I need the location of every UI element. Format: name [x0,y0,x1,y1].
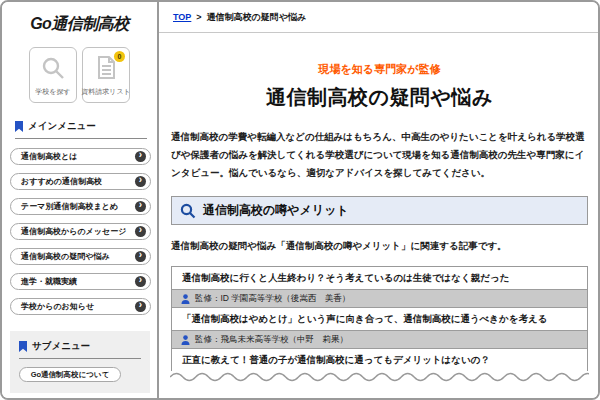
sidebar-item-about[interactable]: 通信制高校とは [10,148,151,165]
sidebar-item-themes[interactable]: テーマ別通信制高校まとめ [10,198,151,215]
sub-menu-header: サブメニュー [19,340,141,359]
intro-paragraph: 通信制高校の学費や転編入などの仕組みはもちろん、中高生のやりたいことを叶えられる… [171,128,588,182]
article-content: 現場を知る専門家が監修 通信制高校の疑問や悩み 通信制高校の学費や転編入などの仕… [159,62,598,388]
chevron-right-icon [135,251,146,262]
search-icon [30,55,76,81]
site-logo[interactable]: Go通信制高校 [10,14,149,35]
article-list-wrap: 通信制高校に行くと人生終わり？そう考えているのは生徒ではなく親だった 監修：ID… [171,266,588,388]
article-link[interactable]: 通信制高校に行くと人生終わり？そう考えているのは生徒ではなく親だった [172,267,587,289]
request-list-label: 資料請求リスト [81,87,131,97]
sub-menu-section: サブメニュー Go通信制高校について [10,331,150,393]
sidebar-item-recommended[interactable]: おすすめの通信制高校 [10,173,151,190]
sidebar-item-about-site[interactable]: Go通信制高校について [19,367,121,382]
person-icon [181,335,190,345]
main-menu-header: メインメニュー [15,120,147,139]
supervised-tagline: 現場を知る専門家が監修 [171,62,588,77]
menu-item-label: テーマ別通信制高校まとめ [21,201,118,212]
page-title: 通信制高校の疑問や悩み [171,84,588,111]
supervisor-label: 監修：ID 学園高等学校（後嵩西 美香） [195,293,350,305]
request-count-badge: 0 [114,51,125,62]
menu-item-label: 通信制高校とは [21,151,77,162]
main-menu: 通信制高校とは おすすめの通信制高校 テーマ別通信制高校まとめ 通信制高校からの… [2,139,157,315]
search-school-label: 学校を探す [35,87,70,97]
main-content: TOP > 通信制高校の疑問や悩み 現場を知る専門家が監修 通信制高校の疑問や悩… [159,2,598,398]
chevron-right-icon [135,301,146,312]
article-list: 通信制高校に行くと人生終わり？そう考えているのは生徒ではなく親だった 監修：ID… [171,266,588,371]
chevron-right-icon [135,151,146,162]
supervisor-row: 監修：飛鳥未来高等学校（中野 莉果） [172,330,587,349]
search-school-button[interactable]: 学校を探す [29,47,77,103]
breadcrumb-current: 通信制高校の疑問や悩み [207,11,307,24]
sidebar-actions: 学校を探す 0 資料請求リスト [2,47,157,103]
sub-menu-title: サブメニュー [32,340,90,353]
breadcrumb-separator: > [196,12,201,22]
section-search-icon [180,203,196,219]
breadcrumb-home-link[interactable]: TOP [173,12,191,22]
article-link[interactable]: 「通信制高校はやめとけ」という声に向き合って、通信制高校に通うべきかを考える [172,308,587,330]
menu-item-label: 学校からのお知らせ [21,301,94,312]
breadcrumb: TOP > 通信制高校の疑問や悩み [159,2,598,33]
menu-item-label: 通信制高校からのメッセージ [21,226,126,237]
menu-item-label: おすすめの通信制高校 [21,176,102,187]
bookmark-icon [15,121,23,132]
chevron-right-icon [135,201,146,212]
sidebar: Go通信制高校 学校を探す 0 資料請求リスト [2,2,159,398]
sidebar-item-questions[interactable]: 通信制高校の疑問や悩み [10,248,151,265]
related-note: 通信制高校の疑問や悩み「通信制高校の噂やメリット」に関連する記事です。 [171,240,588,253]
chevron-right-icon [135,176,146,187]
section-header: 通信制高校の噂やメリット [171,196,588,225]
sidebar-item-messages[interactable]: 通信制高校からのメッセージ [10,223,151,240]
chevron-right-icon [135,276,146,287]
person-icon [181,294,190,304]
bookmark-icon [19,341,27,352]
page: Go通信制高校 学校を探す 0 資料請求リスト [0,0,600,400]
chevron-right-icon [135,226,146,237]
sidebar-item-results[interactable]: 進学・就職実績 [10,273,151,290]
section-title: 通信制高校の噂やメリット [203,202,349,219]
request-list-button[interactable]: 0 資料請求リスト [82,47,130,103]
sidebar-item-news[interactable]: 学校からのお知らせ [10,298,151,315]
menu-item-label: 通信制高校の疑問や悩み [21,251,110,262]
menu-item-label: 進学・就職実績 [21,276,77,287]
menu-item-label: Go通信制高校について [31,370,110,380]
supervisor-label: 監修：飛鳥未来高等学校（中野 莉果） [195,334,348,346]
supervisor-row: 監修：ID 学園高等学校（後嵩西 美香） [172,289,587,308]
torn-edge-wave [170,368,589,388]
main-menu-title: メインメニュー [28,120,96,133]
